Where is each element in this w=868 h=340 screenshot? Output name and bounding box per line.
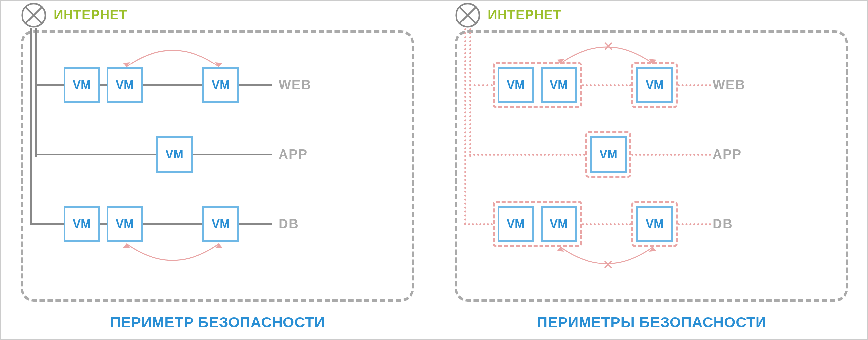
internet-label: ИНТЕРНЕТ (54, 7, 127, 22)
vm-db-2: VM (540, 206, 577, 242)
arc-db-allowed (123, 241, 222, 267)
vm-db-3: VM (637, 206, 673, 242)
vm-web-1: VM (63, 67, 100, 103)
caption-left: ПЕРИМЕТР БЕЗОПАСНОСТИ (1, 314, 435, 331)
vm-web-1: VM (497, 67, 534, 103)
blocked-x-icon: ✕ (603, 39, 614, 54)
row-label-db: DB (713, 216, 733, 231)
row-label-web: WEB (279, 78, 311, 92)
row-label-app: APP (713, 147, 742, 162)
vm-db-3: VM (203, 206, 239, 242)
vm-web-2: VM (106, 67, 143, 103)
vm-web-3: VM (203, 67, 239, 103)
row-label-web: WEB (713, 78, 745, 92)
vm-app-1: VM (156, 136, 192, 173)
row-label-db: DB (279, 216, 299, 231)
vm-db-1: VM (63, 206, 100, 242)
vm-web-2: VM (540, 67, 577, 103)
arc-web-allowed (123, 44, 222, 70)
internet-label: ИНТЕРНЕТ (488, 7, 561, 22)
vm-web-3: VM (637, 67, 673, 103)
caption-right: ПЕРИМЕТРЫ БЕЗОПАСНОСТИ (435, 314, 868, 331)
diagram-perimeter-micro: ИНТЕРНЕТ VM VM VM WEB VM APP VM VM VM DB… (435, 1, 868, 340)
row-label-app: APP (279, 147, 308, 162)
vm-db-2: VM (106, 206, 143, 242)
vm-db-1: VM (497, 206, 534, 242)
internet-icon (455, 2, 481, 28)
internet-icon (21, 2, 47, 28)
diagram-perimeter-single: ИНТЕРНЕТ VM VM VM WEB VM APP VM VM VM DB (1, 1, 435, 340)
blocked-x-icon: ✕ (603, 257, 614, 272)
vm-app-1: VM (590, 136, 626, 173)
